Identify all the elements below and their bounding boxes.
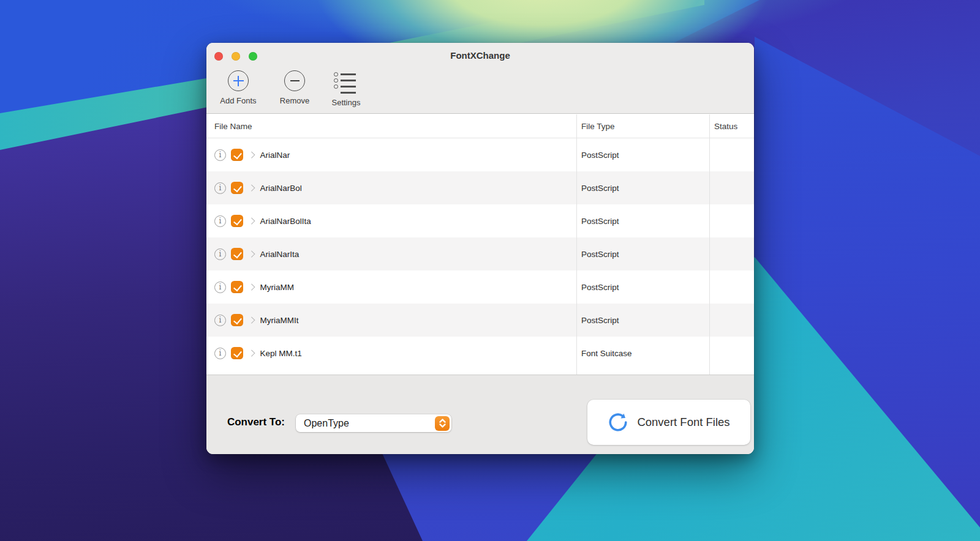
table-row[interactable]: i Kepl MM.t1 Font Suitcase [206, 337, 754, 370]
file-type-label: PostScript [576, 184, 709, 193]
info-icon[interactable]: i [214, 282, 226, 293]
table-row[interactable]: i ArialNarIta PostScript [206, 237, 754, 270]
info-icon[interactable]: i [214, 248, 226, 260]
file-name-label: ArialNarBolIta [260, 217, 311, 226]
refresh-icon [608, 412, 628, 433]
file-type-label: PostScript [576, 283, 709, 292]
file-name-cell: i MyriaMMIt [206, 314, 576, 326]
file-type-label: PostScript [576, 151, 709, 160]
table-header: File Name File Type Status [206, 114, 754, 138]
chevron-up-icon [440, 420, 445, 422]
file-name-label: ArialNarBol [260, 184, 302, 193]
format-select-value: OpenType [304, 418, 349, 429]
row-checkbox[interactable] [231, 248, 243, 260]
file-name-cell: i Kepl MM.t1 [206, 347, 576, 359]
remove-label: Remove [280, 96, 309, 105]
file-type-label: PostScript [576, 316, 709, 325]
titlebar-toolbar: FontXChange Add Fonts Remove Settings [206, 43, 754, 114]
format-select[interactable]: OpenType [296, 414, 451, 432]
file-type-label: PostScript [576, 250, 709, 259]
settings-button[interactable]: Settings [324, 70, 368, 107]
remove-button[interactable]: Remove [274, 70, 315, 105]
row-checkbox[interactable] [231, 215, 243, 227]
info-icon[interactable]: i [214, 215, 226, 227]
file-type-label: Font Suitcase [576, 349, 709, 358]
chevron-right-icon[interactable] [248, 218, 255, 225]
chevron-down-icon [440, 424, 445, 427]
file-name-label: ArialNar [260, 151, 290, 160]
minus-circle-icon [284, 70, 305, 91]
add-fonts-button[interactable]: Add Fonts [214, 70, 263, 105]
row-checkbox[interactable] [231, 281, 243, 293]
file-name-label: Kepl MM.t1 [260, 349, 302, 358]
settings-label: Settings [332, 98, 361, 107]
column-separator [709, 114, 710, 375]
add-fonts-label: Add Fonts [220, 96, 256, 105]
table-row[interactable]: i MyriaMM PostScript [206, 270, 754, 304]
file-type-label: PostScript [576, 217, 709, 226]
chevron-right-icon[interactable] [248, 152, 255, 159]
file-name-cell: i ArialNarBolIta [206, 215, 576, 227]
convert-button-label: Convert Font Files [637, 416, 729, 429]
convert-font-files-button[interactable]: Convert Font Files [587, 400, 750, 445]
file-name-label: ArialNarIta [260, 250, 300, 259]
table-row[interactable]: i ArialNar PostScript [206, 138, 754, 171]
file-name-cell: i ArialNarIta [206, 248, 576, 260]
chevron-right-icon[interactable] [248, 185, 255, 192]
info-icon[interactable]: i [214, 315, 226, 326]
chevron-right-icon[interactable] [248, 317, 255, 324]
footer-bar: Convert To: OpenType Convert Font Files [206, 375, 754, 454]
fontxchange-window: FontXChange Add Fonts Remove Settings Fi… [206, 43, 754, 454]
info-icon[interactable]: i [214, 149, 226, 161]
file-name-cell: i ArialNarBol [206, 182, 576, 194]
column-separator [576, 114, 577, 375]
info-icon[interactable]: i [214, 348, 226, 359]
plus-circle-icon [228, 70, 249, 91]
chevron-right-icon[interactable] [248, 350, 255, 357]
table-row[interactable]: i ArialNarBolIta PostScript [206, 204, 754, 237]
row-checkbox[interactable] [231, 314, 243, 326]
settings-list-icon [334, 72, 358, 95]
chevron-right-icon[interactable] [248, 251, 255, 258]
select-stepper-icon[interactable] [435, 416, 450, 431]
file-name-label: MyriaMMIt [260, 316, 299, 325]
window-title: FontXChange [206, 50, 754, 61]
column-header-file-type[interactable]: File Type [576, 122, 709, 131]
file-name-cell: i ArialNar [206, 149, 576, 161]
file-name-cell: i MyriaMM [206, 281, 576, 293]
table-row[interactable]: i MyriaMMIt PostScript [206, 304, 754, 337]
row-checkbox[interactable] [231, 347, 243, 359]
info-icon[interactable]: i [214, 182, 226, 194]
font-file-table: File Name File Type Status i ArialNar Po… [206, 114, 754, 375]
row-checkbox[interactable] [231, 149, 243, 161]
column-header-file-name[interactable]: File Name [206, 122, 576, 131]
convert-to-label: Convert To: [224, 416, 285, 428]
column-header-status[interactable]: Status [709, 122, 737, 131]
chevron-right-icon[interactable] [248, 284, 255, 291]
file-name-label: MyriaMM [260, 283, 295, 292]
table-body: i ArialNar PostScript i ArialNarBol Post… [206, 138, 754, 370]
row-checkbox[interactable] [231, 182, 243, 194]
table-row[interactable]: i ArialNarBol PostScript [206, 171, 754, 204]
